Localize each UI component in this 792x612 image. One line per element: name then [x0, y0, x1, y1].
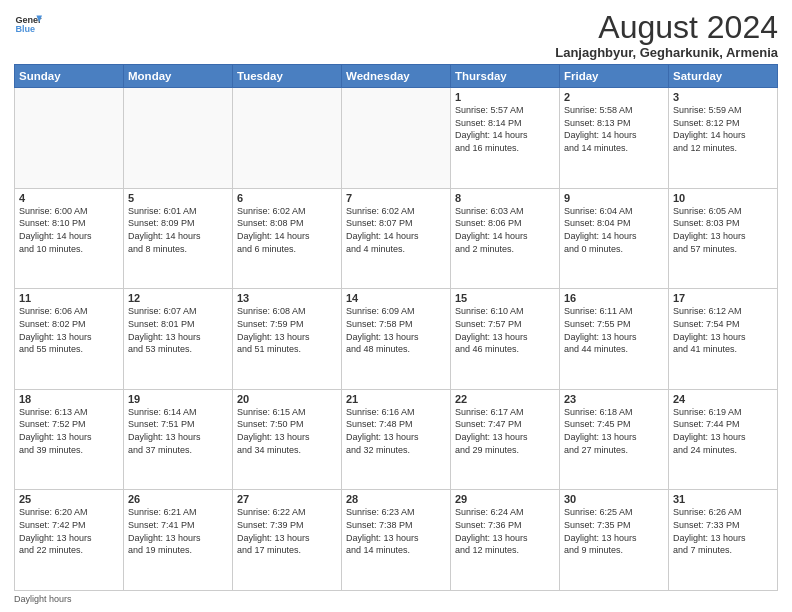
- day-number-7: 7: [346, 192, 446, 204]
- logo-icon: General Blue: [14, 10, 42, 38]
- cell-3-0: 18Sunrise: 6:13 AM Sunset: 7:52 PM Dayli…: [15, 389, 124, 490]
- cell-4-0: 25Sunrise: 6:20 AM Sunset: 7:42 PM Dayli…: [15, 490, 124, 591]
- logo: General Blue General: [14, 10, 45, 38]
- day-number-2: 2: [564, 91, 664, 103]
- cell-1-5: 9Sunrise: 6:04 AM Sunset: 8:04 PM Daylig…: [560, 188, 669, 289]
- day-number-28: 28: [346, 493, 446, 505]
- cell-1-3: 7Sunrise: 6:02 AM Sunset: 8:07 PM Daylig…: [342, 188, 451, 289]
- calendar-header-row: SundayMondayTuesdayWednesdayThursdayFrid…: [15, 65, 778, 88]
- day-info-12: Sunrise: 6:07 AM Sunset: 8:01 PM Dayligh…: [128, 305, 228, 355]
- cell-3-3: 21Sunrise: 6:16 AM Sunset: 7:48 PM Dayli…: [342, 389, 451, 490]
- header-sunday: Sunday: [15, 65, 124, 88]
- day-info-30: Sunrise: 6:25 AM Sunset: 7:35 PM Dayligh…: [564, 506, 664, 556]
- cell-3-4: 22Sunrise: 6:17 AM Sunset: 7:47 PM Dayli…: [451, 389, 560, 490]
- header-friday: Friday: [560, 65, 669, 88]
- cell-4-4: 29Sunrise: 6:24 AM Sunset: 7:36 PM Dayli…: [451, 490, 560, 591]
- day-number-9: 9: [564, 192, 664, 204]
- day-number-26: 26: [128, 493, 228, 505]
- header-wednesday: Wednesday: [342, 65, 451, 88]
- cell-3-5: 23Sunrise: 6:18 AM Sunset: 7:45 PM Dayli…: [560, 389, 669, 490]
- header-tuesday: Tuesday: [233, 65, 342, 88]
- cell-4-3: 28Sunrise: 6:23 AM Sunset: 7:38 PM Dayli…: [342, 490, 451, 591]
- day-info-17: Sunrise: 6:12 AM Sunset: 7:54 PM Dayligh…: [673, 305, 773, 355]
- cell-4-6: 31Sunrise: 6:26 AM Sunset: 7:33 PM Dayli…: [669, 490, 778, 591]
- day-info-25: Sunrise: 6:20 AM Sunset: 7:42 PM Dayligh…: [19, 506, 119, 556]
- day-info-14: Sunrise: 6:09 AM Sunset: 7:58 PM Dayligh…: [346, 305, 446, 355]
- daylight-note: Daylight hours: [14, 594, 72, 604]
- day-number-31: 31: [673, 493, 773, 505]
- day-info-5: Sunrise: 6:01 AM Sunset: 8:09 PM Dayligh…: [128, 205, 228, 255]
- cell-2-2: 13Sunrise: 6:08 AM Sunset: 7:59 PM Dayli…: [233, 289, 342, 390]
- day-info-19: Sunrise: 6:14 AM Sunset: 7:51 PM Dayligh…: [128, 406, 228, 456]
- day-number-25: 25: [19, 493, 119, 505]
- day-info-22: Sunrise: 6:17 AM Sunset: 7:47 PM Dayligh…: [455, 406, 555, 456]
- day-info-26: Sunrise: 6:21 AM Sunset: 7:41 PM Dayligh…: [128, 506, 228, 556]
- day-number-15: 15: [455, 292, 555, 304]
- day-number-30: 30: [564, 493, 664, 505]
- cell-4-2: 27Sunrise: 6:22 AM Sunset: 7:39 PM Dayli…: [233, 490, 342, 591]
- day-info-23: Sunrise: 6:18 AM Sunset: 7:45 PM Dayligh…: [564, 406, 664, 456]
- title-block: August 2024 Lanjaghbyur, Gegharkunik, Ar…: [555, 10, 778, 60]
- day-info-31: Sunrise: 6:26 AM Sunset: 7:33 PM Dayligh…: [673, 506, 773, 556]
- day-info-3: Sunrise: 5:59 AM Sunset: 8:12 PM Dayligh…: [673, 104, 773, 154]
- cell-1-2: 6Sunrise: 6:02 AM Sunset: 8:08 PM Daylig…: [233, 188, 342, 289]
- day-number-29: 29: [455, 493, 555, 505]
- day-number-10: 10: [673, 192, 773, 204]
- day-info-1: Sunrise: 5:57 AM Sunset: 8:14 PM Dayligh…: [455, 104, 555, 154]
- day-info-15: Sunrise: 6:10 AM Sunset: 7:57 PM Dayligh…: [455, 305, 555, 355]
- cell-1-6: 10Sunrise: 6:05 AM Sunset: 8:03 PM Dayli…: [669, 188, 778, 289]
- cell-0-3: [342, 88, 451, 189]
- calendar-table: SundayMondayTuesdayWednesdayThursdayFrid…: [14, 64, 778, 591]
- day-info-9: Sunrise: 6:04 AM Sunset: 8:04 PM Dayligh…: [564, 205, 664, 255]
- location: Lanjaghbyur, Gegharkunik, Armenia: [555, 45, 778, 60]
- cell-2-4: 15Sunrise: 6:10 AM Sunset: 7:57 PM Dayli…: [451, 289, 560, 390]
- cell-3-6: 24Sunrise: 6:19 AM Sunset: 7:44 PM Dayli…: [669, 389, 778, 490]
- day-info-13: Sunrise: 6:08 AM Sunset: 7:59 PM Dayligh…: [237, 305, 337, 355]
- day-number-18: 18: [19, 393, 119, 405]
- day-info-28: Sunrise: 6:23 AM Sunset: 7:38 PM Dayligh…: [346, 506, 446, 556]
- day-number-4: 4: [19, 192, 119, 204]
- header: General Blue General August 2024 Lanjagh…: [14, 10, 778, 60]
- day-number-1: 1: [455, 91, 555, 103]
- cell-1-0: 4Sunrise: 6:00 AM Sunset: 8:10 PM Daylig…: [15, 188, 124, 289]
- day-info-29: Sunrise: 6:24 AM Sunset: 7:36 PM Dayligh…: [455, 506, 555, 556]
- day-number-6: 6: [237, 192, 337, 204]
- day-number-23: 23: [564, 393, 664, 405]
- day-info-18: Sunrise: 6:13 AM Sunset: 7:52 PM Dayligh…: [19, 406, 119, 456]
- week-row-2: 11Sunrise: 6:06 AM Sunset: 8:02 PM Dayli…: [15, 289, 778, 390]
- day-number-8: 8: [455, 192, 555, 204]
- day-number-3: 3: [673, 91, 773, 103]
- week-row-3: 18Sunrise: 6:13 AM Sunset: 7:52 PM Dayli…: [15, 389, 778, 490]
- day-info-7: Sunrise: 6:02 AM Sunset: 8:07 PM Dayligh…: [346, 205, 446, 255]
- day-number-13: 13: [237, 292, 337, 304]
- month-title: August 2024: [555, 10, 778, 45]
- day-number-5: 5: [128, 192, 228, 204]
- cell-0-1: [124, 88, 233, 189]
- day-number-22: 22: [455, 393, 555, 405]
- footer-note: Daylight hours: [14, 594, 778, 604]
- day-number-12: 12: [128, 292, 228, 304]
- svg-text:Blue: Blue: [15, 24, 35, 34]
- cell-0-5: 2Sunrise: 5:58 AM Sunset: 8:13 PM Daylig…: [560, 88, 669, 189]
- cell-0-4: 1Sunrise: 5:57 AM Sunset: 8:14 PM Daylig…: [451, 88, 560, 189]
- week-row-0: 1Sunrise: 5:57 AM Sunset: 8:14 PM Daylig…: [15, 88, 778, 189]
- day-number-21: 21: [346, 393, 446, 405]
- cell-1-4: 8Sunrise: 6:03 AM Sunset: 8:06 PM Daylig…: [451, 188, 560, 289]
- week-row-1: 4Sunrise: 6:00 AM Sunset: 8:10 PM Daylig…: [15, 188, 778, 289]
- cell-0-2: [233, 88, 342, 189]
- header-monday: Monday: [124, 65, 233, 88]
- day-info-11: Sunrise: 6:06 AM Sunset: 8:02 PM Dayligh…: [19, 305, 119, 355]
- day-number-11: 11: [19, 292, 119, 304]
- day-info-10: Sunrise: 6:05 AM Sunset: 8:03 PM Dayligh…: [673, 205, 773, 255]
- cell-4-1: 26Sunrise: 6:21 AM Sunset: 7:41 PM Dayli…: [124, 490, 233, 591]
- day-info-6: Sunrise: 6:02 AM Sunset: 8:08 PM Dayligh…: [237, 205, 337, 255]
- day-info-4: Sunrise: 6:00 AM Sunset: 8:10 PM Dayligh…: [19, 205, 119, 255]
- cell-3-1: 19Sunrise: 6:14 AM Sunset: 7:51 PM Dayli…: [124, 389, 233, 490]
- day-number-27: 27: [237, 493, 337, 505]
- cell-3-2: 20Sunrise: 6:15 AM Sunset: 7:50 PM Dayli…: [233, 389, 342, 490]
- page: General Blue General August 2024 Lanjagh…: [0, 0, 792, 612]
- day-number-19: 19: [128, 393, 228, 405]
- cell-4-5: 30Sunrise: 6:25 AM Sunset: 7:35 PM Dayli…: [560, 490, 669, 591]
- day-info-24: Sunrise: 6:19 AM Sunset: 7:44 PM Dayligh…: [673, 406, 773, 456]
- day-info-27: Sunrise: 6:22 AM Sunset: 7:39 PM Dayligh…: [237, 506, 337, 556]
